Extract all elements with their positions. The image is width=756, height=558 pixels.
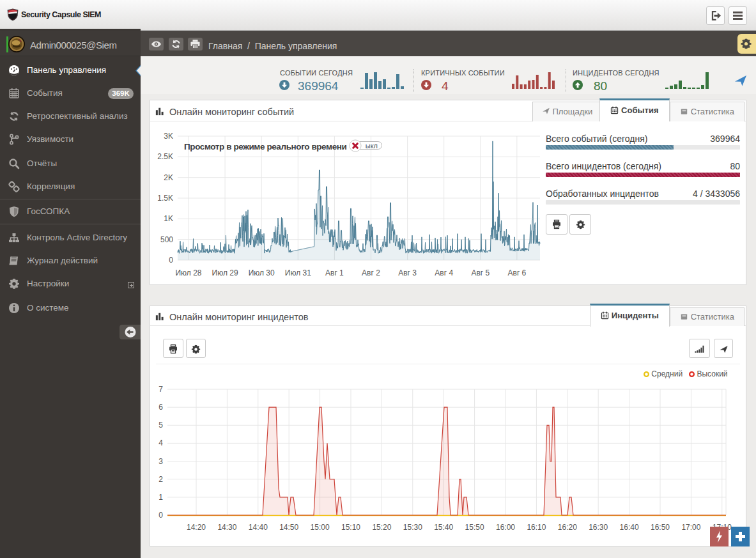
svg-text:1K: 1K	[164, 214, 173, 223]
svg-text:15:10: 15:10	[341, 523, 360, 532]
svg-text:Авг 5: Авг 5	[471, 268, 490, 277]
svg-text:14:50: 14:50	[279, 523, 298, 532]
svg-text:15:00: 15:00	[311, 523, 330, 532]
svg-text:Авг 3: Авг 3	[398, 268, 417, 277]
svg-text:16:30: 16:30	[589, 523, 608, 532]
svg-text:Авг 4: Авг 4	[435, 268, 453, 277]
svg-text:1.5K: 1.5K	[157, 194, 173, 203]
svg-text:14:40: 14:40	[249, 523, 268, 532]
svg-text:Июл 30: Июл 30	[249, 268, 275, 277]
svg-text:Авг 2: Авг 2	[362, 268, 380, 277]
svg-text:2K: 2K	[164, 173, 173, 182]
svg-text:Авг 1: Авг 1	[325, 268, 344, 277]
svg-text:16:00: 16:00	[496, 523, 515, 532]
svg-text:3K: 3K	[164, 132, 173, 141]
svg-text:16:50: 16:50	[651, 523, 670, 532]
svg-text:6: 6	[158, 403, 163, 412]
svg-text:15:50: 15:50	[465, 523, 484, 532]
svg-text:15:20: 15:20	[372, 523, 391, 532]
svg-text:16:40: 16:40	[620, 523, 639, 532]
svg-text:0: 0	[158, 511, 163, 520]
svg-text:7: 7	[158, 385, 163, 394]
svg-text:0: 0	[169, 256, 173, 265]
svg-text:Июл 28: Июл 28	[175, 268, 201, 277]
svg-text:500: 500	[160, 235, 173, 244]
svg-text:3: 3	[158, 457, 163, 466]
svg-text:5: 5	[158, 421, 163, 430]
svg-text:2: 2	[158, 475, 163, 484]
svg-text:14:20: 14:20	[187, 523, 206, 532]
svg-text:17:00: 17:00	[681, 523, 700, 532]
svg-text:2.5K: 2.5K	[157, 152, 173, 161]
svg-text:15:30: 15:30	[403, 523, 422, 532]
svg-text:14:30: 14:30	[217, 523, 236, 532]
svg-text:16:10: 16:10	[527, 523, 546, 532]
svg-text:1: 1	[158, 493, 163, 502]
svg-text:Авг 6: Авг 6	[508, 268, 527, 277]
svg-text:4: 4	[158, 438, 163, 447]
svg-text:16:20: 16:20	[558, 523, 577, 532]
svg-text:Июл 31: Июл 31	[285, 268, 311, 277]
svg-text:15:40: 15:40	[434, 523, 453, 532]
svg-text:Июл 29: Июл 29	[212, 268, 238, 277]
